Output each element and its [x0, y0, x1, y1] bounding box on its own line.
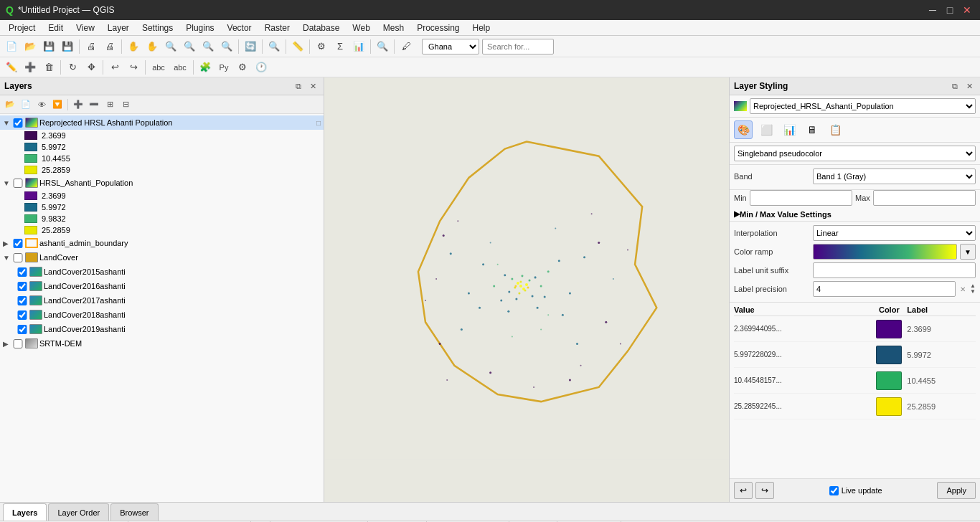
zoom-in-button[interactable]: 🔍 — [162, 38, 179, 55]
live-update-checkbox[interactable] — [829, 486, 839, 495]
layers-panel-float-btn[interactable]: ⧉ — [292, 80, 305, 92]
expand-hrsl-icon[interactable]: ▼ — [3, 179, 13, 187]
edit-button[interactable]: 🖊 — [397, 38, 415, 55]
digitize-btn[interactable]: ✏️ — [3, 59, 20, 76]
menu-item-help[interactable]: Help — [467, 22, 496, 34]
show-hide-btn[interactable]: 👁 — [34, 98, 49, 112]
delete-feature-btn[interactable]: 🗑 — [40, 59, 57, 76]
layer-check-srtm[interactable] — [13, 339, 23, 348]
menu-item-mesh[interactable]: Mesh — [377, 22, 410, 34]
menu-item-edit[interactable]: Edit — [42, 22, 69, 34]
save-as-button[interactable]: 💾 — [59, 38, 76, 55]
zoom-out-button[interactable]: 🔍 — [181, 38, 198, 55]
color-swatch-4[interactable] — [876, 397, 902, 416]
color-swatch-2[interactable] — [876, 346, 902, 364]
layer-item-srtm[interactable]: ▶ SRTM-DEM — [0, 336, 324, 351]
tab-layers[interactable]: Layers — [3, 503, 47, 521]
metadata-btn[interactable]: 📋 — [826, 120, 844, 139]
zoom-full-button[interactable]: 🔍 — [199, 38, 217, 55]
redo-btn[interactable]: ↪ — [125, 59, 142, 76]
save-button[interactable]: 💾 — [40, 38, 57, 55]
menu-item-settings[interactable]: Settings — [136, 22, 179, 34]
redo-style-btn[interactable]: ↪ — [755, 482, 774, 499]
precision-clear-btn[interactable]: ✕ — [960, 285, 966, 293]
layer-item-landcover[interactable]: ▼ LandCover — [0, 250, 324, 265]
layer-item-lc2015[interactable]: LandCover2015ashanti — [0, 265, 324, 279]
color-swatch-3[interactable] — [876, 371, 902, 390]
histogram-btn[interactable]: 📊 — [780, 120, 798, 139]
layer-check-lc2017[interactable] — [17, 296, 27, 305]
styling-panel-close-btn[interactable]: ✕ — [963, 80, 976, 92]
db-manager-button[interactable]: 📊 — [350, 38, 367, 55]
layer-check-lc2018[interactable] — [17, 310, 27, 320]
layer-check-lc2016[interactable] — [17, 282, 27, 291]
undo-btn[interactable]: ↩ — [106, 59, 123, 76]
expand-icon[interactable]: ▼ — [3, 119, 13, 127]
layer-item-lc2018[interactable]: LandCover2018ashanti — [0, 308, 324, 322]
undo-style-btn[interactable]: ↩ — [734, 482, 753, 499]
stats-button[interactable]: Σ — [331, 38, 349, 55]
plugins-btn[interactable]: 🧩 — [197, 59, 214, 76]
menu-item-plugins[interactable]: Plugins — [180, 22, 220, 34]
move-btn[interactable]: ✥ — [83, 59, 100, 76]
menu-item-vector[interactable]: Vector — [222, 22, 258, 34]
label-btn[interactable]: abc — [149, 59, 169, 76]
add-feature-btn[interactable]: ➕ — [22, 59, 39, 76]
layer-item-lc2019[interactable]: LandCover2019ashanti — [0, 322, 324, 336]
label-unit-suffix-input[interactable] — [813, 262, 976, 278]
maximize-button[interactable]: □ — [943, 3, 957, 17]
color-ramp-dropdown-btn[interactable]: ▼ — [960, 244, 976, 260]
interpolation-dropdown[interactable]: Linear Discrete Exact — [813, 225, 976, 241]
layers-panel-close-btn[interactable]: ✕ — [306, 80, 319, 92]
minmax-settings-toggle[interactable]: ▶ Min / Max Value Settings — [730, 207, 980, 222]
search-input[interactable] — [482, 39, 554, 54]
label-alt-btn[interactable]: abc — [170, 59, 190, 76]
band-dropdown[interactable]: Band 1 (Gray) — [813, 169, 976, 184]
remove-layer-btn[interactable]: ➖ — [87, 98, 101, 112]
expand-all-btn[interactable]: ⊞ — [103, 98, 117, 112]
layer-check-admin[interactable] — [13, 239, 23, 248]
zoom-layer-button[interactable]: 🔍 — [218, 38, 235, 55]
styling-panel-float-btn[interactable]: ⧉ — [948, 80, 961, 92]
rendering-btn[interactable]: 🖥 — [803, 120, 821, 139]
menu-item-view[interactable]: View — [70, 22, 100, 34]
max-input[interactable]: 285931625760667.9 — [873, 190, 976, 206]
new-project-button[interactable]: 📄 — [3, 38, 20, 55]
transparency-btn[interactable]: ⬜ — [757, 120, 776, 139]
identify-button[interactable]: 🔍 — [265, 38, 283, 55]
layer-check-landcover[interactable] — [13, 253, 23, 262]
layer-item-lc2016[interactable]: LandCover2016ashanti — [0, 279, 324, 293]
layer-options-icon[interactable]: □ — [316, 119, 321, 127]
tab-layer-order[interactable]: Layer Order — [48, 503, 109, 521]
layer-check-reprojected[interactable] — [13, 118, 23, 128]
apply-button[interactable]: Apply — [937, 482, 976, 499]
menu-item-database[interactable]: Database — [297, 22, 345, 34]
map-area[interactable] — [324, 77, 729, 502]
refresh-button[interactable]: 🔄 — [242, 38, 259, 55]
layer-check-hrsl[interactable] — [13, 179, 23, 188]
print-composer-button[interactable]: 🖨 — [101, 38, 118, 55]
menu-item-project[interactable]: Project — [3, 22, 41, 34]
minimize-button[interactable]: ─ — [925, 3, 940, 17]
menu-item-processing[interactable]: Processing — [411, 22, 465, 34]
layer-item-lc2017[interactable]: LandCover2017ashanti — [0, 293, 324, 308]
location-combo[interactable]: Ghana — [422, 39, 479, 54]
renderer-dropdown[interactable]: Singleband pseudocolor — [734, 146, 976, 161]
filter-layer-btn[interactable]: 🔽 — [50, 98, 65, 112]
menu-item-raster[interactable]: Raster — [259, 22, 296, 34]
history-btn[interactable]: 🕐 — [253, 59, 270, 76]
expand-admin-icon[interactable]: ▶ — [3, 239, 13, 247]
settings-button[interactable]: ⚙ — [313, 38, 330, 55]
python-btn[interactable]: Py — [215, 59, 232, 76]
new-layer-btn[interactable]: 📄 — [19, 98, 33, 112]
expand-lc-icon[interactable]: ▼ — [3, 254, 13, 262]
add-to-group-btn[interactable]: ➕ — [71, 98, 85, 112]
styling-layer-dropdown[interactable]: Reprojected_HRSL_Ashanti_Population — [750, 98, 976, 114]
measure-button[interactable]: 📏 — [289, 38, 306, 55]
print-button[interactable]: 🖨 — [83, 38, 100, 55]
layer-item-reprojected-hrsl[interactable]: ▼ Reprojected HRSL Ashanti Population □ — [0, 115, 324, 130]
layer-check-lc2015[interactable] — [17, 267, 27, 277]
layer-check-lc2019[interactable] — [17, 325, 27, 334]
search-zoom-button[interactable]: 🔍 — [374, 38, 391, 55]
collapse-all-btn[interactable]: ⊟ — [118, 98, 133, 112]
